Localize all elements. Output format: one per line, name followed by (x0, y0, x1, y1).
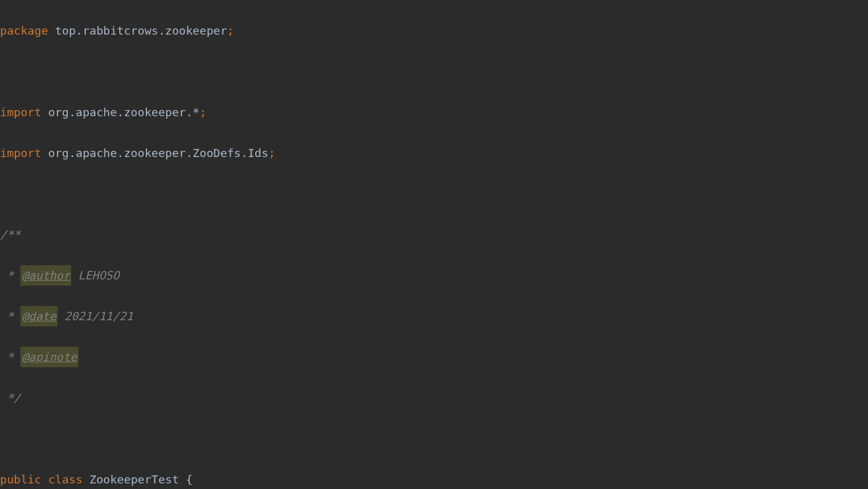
semicolon: ; (268, 143, 275, 163)
javadoc-tag-author: @author (20, 265, 71, 286)
code-editor[interactable]: package top.rabbitcrows.zookeeper; impor… (0, 0, 868, 489)
keyword-package: package (0, 20, 48, 41)
package-name: top.rabbitcrows.zookeeper (48, 20, 227, 41)
import-path: org.apache.zookeeper.* (41, 102, 200, 122)
class-name: ZookeeperTest (90, 469, 186, 489)
code-line[interactable]: /** (0, 224, 868, 245)
code-line-blank[interactable] (0, 61, 868, 82)
code-line[interactable]: * @apinote (0, 347, 868, 367)
javadoc-prefix: * (0, 265, 20, 286)
brace: { (186, 469, 193, 489)
javadoc-tag-date: @date (20, 306, 57, 326)
javadoc-text: 2021/11/21 (57, 306, 133, 326)
javadoc-open: /** (0, 224, 20, 245)
semicolon: ; (200, 102, 206, 122)
javadoc-close: */ (0, 388, 20, 408)
keyword-public: public (0, 469, 41, 489)
code-line[interactable]: * @author LEHOSO (0, 265, 868, 286)
import-path: org.apache.zookeeper.ZooDefs.Ids (41, 143, 269, 163)
javadoc-prefix: * (0, 306, 20, 326)
keyword-import: import (0, 143, 41, 163)
javadoc-text: LEHOSO (71, 265, 119, 286)
code-line[interactable]: * @date 2021/11/21 (0, 306, 868, 326)
code-line-blank[interactable] (0, 428, 868, 449)
keyword-class: class (48, 469, 83, 489)
space (41, 469, 48, 489)
code-line[interactable]: public class ZookeeperTest { (0, 469, 868, 489)
javadoc-tag-apinote: @apinote (20, 347, 78, 367)
code-line[interactable]: package top.rabbitcrows.zookeeper; (0, 20, 868, 41)
code-line[interactable]: import org.apache.zookeeper.ZooDefs.Ids; (0, 143, 868, 163)
code-line-blank[interactable] (0, 184, 868, 204)
code-line[interactable]: */ (0, 388, 868, 408)
semicolon: ; (227, 20, 234, 41)
space (83, 469, 90, 489)
code-line[interactable]: import org.apache.zookeeper.*; (0, 102, 868, 122)
javadoc-prefix: * (0, 347, 20, 367)
keyword-import: import (0, 102, 41, 122)
